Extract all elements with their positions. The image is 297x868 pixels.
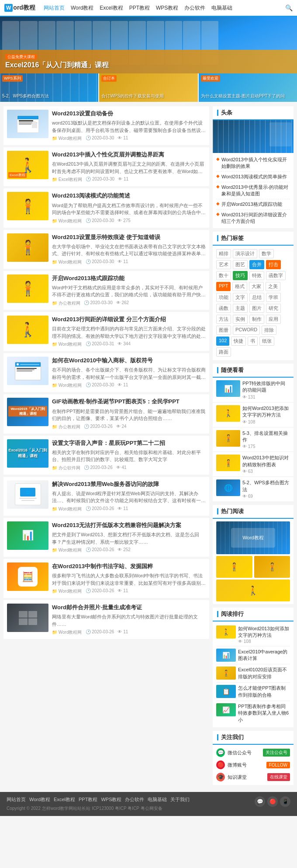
article-6-title[interactable]: Word2013行间距的详细设置 分三个方面介绍 — [52, 316, 206, 323]
rank-1-title[interactable]: 如何Word2013如何添加文字的万种方法 — [238, 625, 290, 639]
article-10-title[interactable]: 解决Word2013禁用Web服务器访问的故障 — [52, 480, 206, 488]
footer-toutiao-icon[interactable]: 📱 — [280, 796, 290, 807]
tag-tupian[interactable]: 图片 — [249, 304, 264, 313]
recently-2-title[interactable]: 如何Word2013把添加文字字的万种方法 — [242, 405, 290, 419]
article-12-title[interactable]: 在Word2013中制作书法字站、发掘国粹 — [52, 562, 206, 570]
article-2-thumb[interactable]: 🚶 Excel教程 — [7, 151, 48, 179]
article-3-thumb[interactable]: 🧍 — [7, 192, 48, 220]
nav-item-ppt[interactable]: PPT教程 — [126, 0, 153, 16]
article-2-title[interactable]: Word2013中插入个性化页眉并调整边界距离 — [52, 151, 206, 159]
recently-4-title[interactable]: Word2013中把知识对的精致制作图表 — [242, 455, 290, 468]
rank-2-title[interactable]: Excel2010中average的图表计算 — [238, 649, 290, 662]
tag-shuxue[interactable]: 数学 — [259, 249, 274, 258]
tag-jingpai[interactable]: 精排 — [216, 249, 231, 258]
article-11-title[interactable]: Word2013无法打开低版本文档兼容性问题解决方案 — [52, 521, 206, 529]
tag-hanshu[interactable]: 函数 — [216, 304, 231, 313]
headline-item-1[interactable]: ◆ Word2013中插入个性化实现开始删除的效果 — [216, 155, 290, 172]
tag-ppt[interactable]: PPT — [216, 282, 231, 291]
footer-weibo-icon[interactable]: 🔴 — [267, 796, 278, 807]
footer-nav-computer[interactable]: 电脑基础 — [148, 796, 167, 803]
tag-fangfa[interactable]: 方法 — [216, 315, 231, 324]
tag-liumian[interactable]: 路面 — [216, 347, 231, 357]
article-6-thumb[interactable]: 🚶 — [7, 316, 48, 344]
article-8-title[interactable]: GIF动画教程-制作圣诞节PPT图表页5：全民学PPT — [52, 398, 206, 406]
footer-nav-wps[interactable]: WPS教程 — [101, 796, 121, 803]
nav-item-home[interactable]: 网站首页 — [41, 0, 68, 16]
follow-toutiao-btn[interactable]: 在线课堂 — [267, 773, 290, 781]
tag-texiao[interactable]: 特效 — [249, 271, 264, 280]
tag-tuyi[interactable]: 图艺 — [233, 260, 248, 269]
footer-nav-ppt[interactable]: PPT教程 — [79, 796, 97, 803]
tag-yanjiu[interactable]: 研究 — [266, 304, 281, 313]
tag-dajia[interactable]: 大家 — [249, 282, 264, 291]
recently-1-title[interactable]: PPT特效排版的中间的功能问题 — [242, 380, 290, 394]
article-1-title[interactable]: Word2013设置自动备份 — [52, 110, 206, 118]
article-9-title[interactable]: 设置文字语音入声音：星辰玩PPT第二十二招 — [52, 439, 206, 447]
article-10-thumb[interactable]: 🌐 — [7, 480, 48, 509]
headline-item-5[interactable]: ◆ Word2013行间距的详细设置介绍三个方面介绍 — [216, 210, 290, 226]
recently-5-title[interactable]: 5-2、WPS多档合图方法 — [242, 479, 290, 493]
popular-medium[interactable]: 🚶 — [216, 580, 290, 601]
headline-item-2[interactable]: ◆ Word2013阅读模式的简单操作 — [216, 172, 290, 182]
tag-shushi[interactable]: 数十 — [216, 271, 231, 280]
tag-jiqiao[interactable]: 技巧 — [233, 271, 248, 280]
article-13-title[interactable]: Word邮件合并照片·批量生成准考证 — [52, 604, 206, 611]
footer-nav-excel[interactable]: Excel教程 — [54, 796, 75, 803]
popular-small-1[interactable]: 🧍 — [216, 556, 252, 578]
nav-item-computer[interactable]: 电脑基础 — [208, 0, 235, 16]
tag-yanshishejii[interactable]: 演示设计 — [233, 249, 257, 258]
article-7-thumb[interactable] — [7, 357, 48, 385]
article-4-title[interactable]: Word2013设置显示特效痕迹 使于知道错误 — [52, 233, 206, 241]
tag-yishu[interactable]: 艺术 — [216, 260, 231, 269]
tag-hanshuzi[interactable]: 函数字 — [266, 271, 286, 280]
follow-weibo-btn[interactable]: FOLLOW — [266, 762, 290, 768]
article-11-thumb[interactable]: 📊 — [7, 521, 48, 550]
tag-zhuti[interactable]: 主题 — [233, 304, 248, 313]
nav-item-word[interactable]: Word教程 — [68, 0, 97, 16]
article-1-thumb[interactable] — [7, 110, 48, 138]
tag-pcword[interactable]: PCWORD — [233, 326, 260, 335]
rank-4-title[interactable]: 怎么才能使PPT图表制作到排版的合格 — [238, 685, 290, 698]
sub-banner-1[interactable]: WPS系列 5-2、WPS多档合图方法 — [0, 73, 98, 102]
tag-shu[interactable]: 书 — [248, 337, 258, 346]
rank-5-title[interactable]: PPT图表制作参考相同特效参数到某入坐人物6小 — [238, 703, 290, 723]
rank-3-title[interactable]: Excel01020后该页面不排版的对应安排 — [238, 667, 290, 680]
headline-item-4[interactable]: ◆ 开启Word2013格式跟踪功能 — [216, 199, 290, 210]
article-5-thumb[interactable]: 🧍 — [7, 274, 48, 303]
tag-zhuban[interactable]: 学班 — [266, 293, 281, 302]
article-5-title[interactable]: 开启Word2013格式跟踪功能 — [52, 274, 206, 282]
footer-nav-about[interactable]: 关于我们 — [170, 796, 190, 803]
nav-item-wps[interactable]: WPS教程 — [153, 0, 181, 16]
article-9-thumb[interactable]: Excel2016「从入门到精通」课程 — [7, 439, 48, 468]
tag-zongji[interactable]: 总结 — [249, 293, 264, 302]
sub-banner-2[interactable]: 合订本 合订WPS的控件下载安装与使用 — [99, 73, 197, 102]
tag-hebing[interactable]: 合并 — [249, 260, 264, 269]
tag-zhizuo[interactable]: 制作 — [249, 315, 264, 324]
recently-3-title[interactable]: 5-3、排名设置相关操作 — [242, 430, 290, 444]
tag-gongneng[interactable]: 功能 — [216, 293, 231, 302]
tag-yingyong[interactable]: 应用 — [266, 315, 281, 324]
article-12-thumb[interactable]: 🧮 — [7, 562, 48, 591]
popular-small-2[interactable]: 🧍 — [254, 556, 290, 578]
footer-nav-office[interactable]: 办公软件 — [125, 796, 144, 803]
tag-wenzi[interactable]: 文字 — [233, 293, 248, 302]
search-icon[interactable]: 🔍 — [285, 4, 293, 11]
footer-wechat-icon[interactable]: 💬 — [255, 796, 265, 807]
tag-102[interactable]: 102 — [216, 337, 229, 346]
footer-nav-home[interactable]: 网站首页 — [7, 796, 26, 803]
popular-large-img[interactable]: Word教程 — [216, 521, 290, 554]
follow-wechat-btn[interactable]: 关注公众号 — [263, 749, 290, 757]
tag-geshi[interactable]: 格式 — [232, 282, 247, 291]
tag-paichu[interactable]: 排除 — [262, 326, 276, 335]
footer-nav-word[interactable]: Word教程 — [29, 796, 50, 803]
article-4-thumb[interactable]: 🧍 — [7, 233, 48, 262]
tag-shili[interactable]: 实例 — [233, 315, 248, 324]
headline-item-3[interactable]: ◆ Word2013中优秀显示-的功能对象和是插入知道图 — [216, 182, 290, 199]
article-8-thumb[interactable]: Word2015「从入门到精通」课程 — [7, 398, 48, 426]
nav-item-excel[interactable]: Excel教程 — [97, 0, 126, 16]
tag-zhizhang[interactable]: 纸张 — [259, 337, 274, 346]
tag-kuaijie[interactable]: 快捷 — [231, 337, 246, 346]
tag-daji[interactable]: 打击 — [266, 260, 281, 269]
article-7-title[interactable]: 如何在Word2010中输入商标、版权符号 — [52, 357, 206, 365]
tag-tuce[interactable]: 图册 — [216, 326, 231, 335]
